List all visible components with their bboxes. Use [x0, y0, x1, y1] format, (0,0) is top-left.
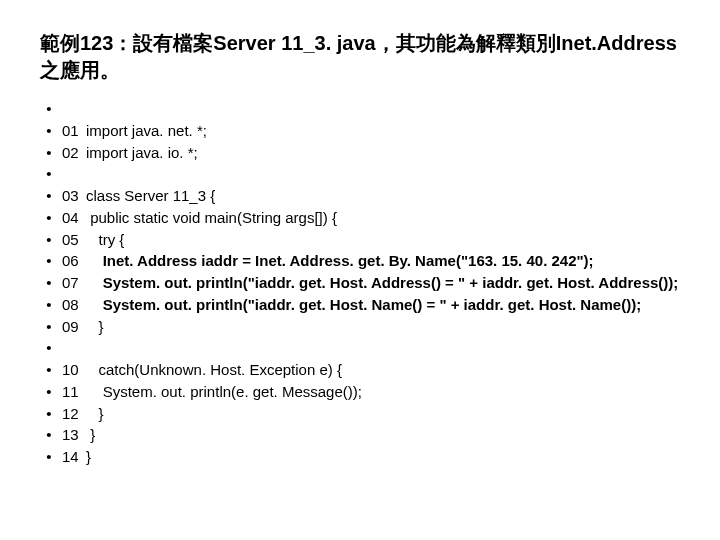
code-text: } — [86, 316, 104, 338]
code-line: •03class Server 11_3 { — [40, 185, 680, 207]
bullet-icon: • — [40, 337, 58, 359]
code-text: System. out. println(e. get. Message()); — [86, 381, 362, 403]
line-number: 13 — [58, 424, 86, 446]
bullet-icon: • — [40, 250, 58, 272]
bullet-icon: • — [40, 207, 58, 229]
line-number: 01 — [58, 120, 86, 142]
code-text: class Server 11_3 { — [86, 185, 215, 207]
slide-title: 範例123：設有檔案Server 11_3. java，其功能為解釋類別Inet… — [40, 30, 680, 84]
code-line: •10 catch(Unknown. Host. Exception e) { — [40, 359, 680, 381]
code-line: •02import java. io. *; — [40, 142, 680, 164]
code-line: •01import java. net. *; — [40, 120, 680, 142]
code-text: } — [86, 424, 95, 446]
line-number: 14 — [58, 446, 86, 468]
bullet-icon: • — [40, 446, 58, 468]
code-line: •07 System. out. println("iaddr. get. Ho… — [40, 272, 680, 294]
bullet-icon: • — [40, 403, 58, 425]
bullet-icon: • — [40, 142, 58, 164]
bullet-icon: • — [40, 316, 58, 338]
bullet-icon: • — [40, 272, 58, 294]
code-text: System. out. println("iaddr. get. Host. … — [86, 272, 678, 294]
line-number: 09 — [58, 316, 86, 338]
code-line: • — [40, 98, 680, 120]
code-text: } — [86, 403, 104, 425]
line-number: 03 — [58, 185, 86, 207]
code-line: •08 System. out. println("iaddr. get. Ho… — [40, 294, 680, 316]
code-text: catch(Unknown. Host. Exception e) { — [86, 359, 342, 381]
code-line: • — [40, 163, 680, 185]
code-listing: ••01import java. net. *;•02import java. … — [40, 98, 680, 468]
code-line: •05 try { — [40, 229, 680, 251]
bullet-icon: • — [40, 185, 58, 207]
code-line: •14} — [40, 446, 680, 468]
code-text: System. out. println("iaddr. get. Host. … — [86, 294, 641, 316]
code-text: import java. net. *; — [86, 120, 207, 142]
line-number: 10 — [58, 359, 86, 381]
line-number: 05 — [58, 229, 86, 251]
line-number: 04 — [58, 207, 86, 229]
code-text: Inet. Address iaddr = Inet. Address. get… — [86, 250, 594, 272]
code-line: •11 System. out. println(e. get. Message… — [40, 381, 680, 403]
code-line: •06 Inet. Address iaddr = Inet. Address.… — [40, 250, 680, 272]
line-number: 07 — [58, 272, 86, 294]
bullet-icon: • — [40, 98, 58, 120]
code-line: • — [40, 337, 680, 359]
bullet-icon: • — [40, 424, 58, 446]
code-line: •04 public static void main(String args[… — [40, 207, 680, 229]
bullet-icon: • — [40, 229, 58, 251]
line-number: 12 — [58, 403, 86, 425]
line-number: 02 — [58, 142, 86, 164]
code-text: import java. io. *; — [86, 142, 198, 164]
line-number: 08 — [58, 294, 86, 316]
code-line: •09 } — [40, 316, 680, 338]
bullet-icon: • — [40, 294, 58, 316]
bullet-icon: • — [40, 381, 58, 403]
code-text: try { — [86, 229, 124, 251]
bullet-icon: • — [40, 120, 58, 142]
bullet-icon: • — [40, 163, 58, 185]
line-number: 06 — [58, 250, 86, 272]
code-line: •12 } — [40, 403, 680, 425]
code-text: } — [86, 446, 91, 468]
line-number: 11 — [58, 381, 86, 403]
code-line: •13 } — [40, 424, 680, 446]
bullet-icon: • — [40, 359, 58, 381]
code-text: public static void main(String args[]) { — [86, 207, 337, 229]
